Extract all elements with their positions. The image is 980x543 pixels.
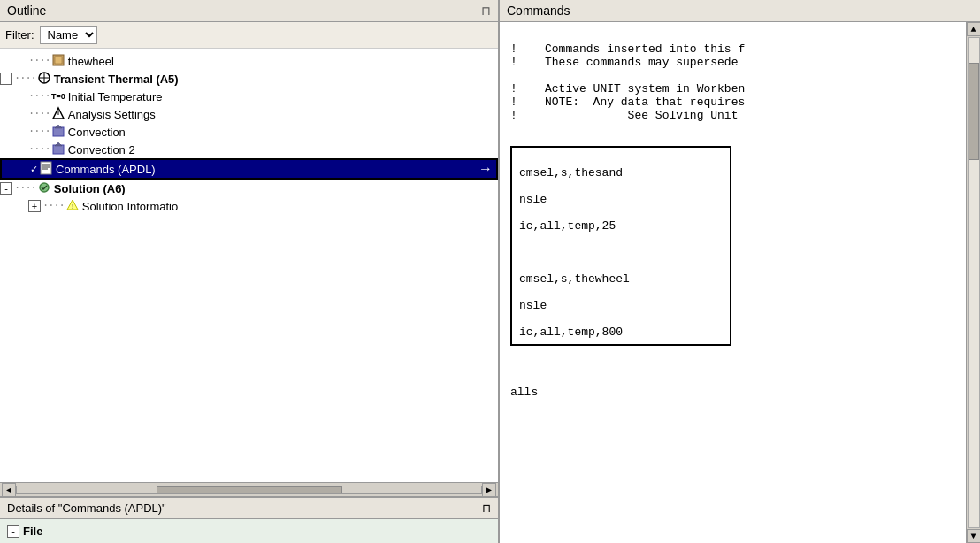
details-panel: Details of "Commands (APDL)" ⊓ - File bbox=[0, 496, 498, 543]
details-row-file: - File bbox=[7, 523, 491, 539]
comment-line-3: ! Active UNIT system in Workben bbox=[510, 82, 745, 96]
convection-label: Convection bbox=[68, 126, 126, 139]
tree-item-initial-temp[interactable]: ···· T=0 Initial Temperature bbox=[0, 88, 498, 105]
svg-marker-10 bbox=[55, 142, 62, 146]
convection2-label: Convection 2 bbox=[68, 143, 135, 157]
filter-select[interactable]: Name bbox=[40, 26, 97, 44]
pin-icon[interactable]: ⊓ bbox=[481, 4, 491, 18]
comment-line-5: ! See Solving Unit bbox=[510, 109, 738, 122]
svg-marker-8 bbox=[55, 125, 62, 128]
commands-content[interactable]: ! Commands inserted into this f ! These … bbox=[500, 22, 966, 543]
analysis-settings-label: Analysis Settings bbox=[68, 108, 156, 121]
expand-transient[interactable]: - bbox=[0, 73, 12, 85]
hscroll-right-arrow[interactable]: ▶ bbox=[482, 483, 496, 497]
comment-line-4: ! NOTE: Any data that requires bbox=[510, 96, 745, 109]
tree-item-convection[interactable]: ···· Convection bbox=[0, 123, 498, 141]
transient-thermal-icon bbox=[36, 71, 52, 87]
analysis-icon bbox=[50, 106, 66, 122]
code-line-5: nsle bbox=[519, 299, 547, 312]
arrow-right-icon: → bbox=[479, 161, 493, 177]
svg-rect-7 bbox=[53, 127, 64, 136]
transient-thermal-label: Transient Thermal (A5) bbox=[54, 73, 179, 86]
left-panel: Outline ⊓ Filter: Name ···· bbox=[0, 0, 500, 543]
connector8: ···· bbox=[42, 200, 65, 212]
tree-item-thewheel[interactable]: ···· thewheel bbox=[0, 52, 498, 70]
expand-solution-info[interactable]: + bbox=[28, 200, 41, 212]
vscroll-down[interactable]: ▼ bbox=[967, 529, 981, 543]
tree-item-commands-apdl[interactable]: ✓ Commands (APDL) → bbox=[0, 158, 498, 180]
tree-item-solution[interactable]: - ···· Solution (A6) bbox=[0, 180, 498, 197]
vscroll-thumb[interactable] bbox=[969, 63, 979, 161]
connector5: ···· bbox=[28, 126, 50, 138]
expand-solution[interactable]: - bbox=[0, 182, 12, 195]
right-panel: Commands ! Commands inserted into this f… bbox=[500, 0, 980, 543]
details-header: Details of "Commands (APDL)" ⊓ bbox=[0, 498, 498, 519]
code-line-1: cmsel,s,thesand bbox=[519, 166, 623, 180]
hscroll-left-arrow[interactable]: ◀ bbox=[2, 483, 16, 497]
tree-item-convection2[interactable]: ···· Convection 2 bbox=[0, 141, 498, 158]
connector6: ···· bbox=[28, 143, 50, 156]
connector: ···· bbox=[28, 55, 50, 67]
tree-item-transient-thermal[interactable]: - ···· Transient Thermal (A5) bbox=[0, 70, 498, 88]
filter-label: Filter: bbox=[5, 28, 34, 42]
code-line-7: alls bbox=[510, 386, 538, 399]
solution-label: Solution (A6) bbox=[54, 182, 126, 195]
vscroll-up[interactable]: ▲ bbox=[967, 22, 981, 36]
checkmark-icon: ✓ bbox=[30, 164, 38, 175]
initial-temp-icon: T=0 bbox=[50, 88, 66, 104]
svg-rect-11 bbox=[41, 162, 51, 174]
thewheel-icon bbox=[50, 53, 66, 69]
svg-text:!: ! bbox=[72, 203, 74, 210]
details-title: Details of "Commands (APDL)" bbox=[7, 501, 166, 515]
connector2: ···· bbox=[14, 73, 36, 85]
file-label: File bbox=[23, 524, 42, 538]
outline-title: Outline bbox=[7, 4, 46, 18]
code-line-3: ic,all,temp,25 bbox=[519, 219, 616, 233]
right-vscroll[interactable]: ▲ ▼ bbox=[966, 22, 980, 543]
outline-header: Outline ⊓ bbox=[0, 0, 498, 22]
details-pin-icon[interactable]: ⊓ bbox=[482, 501, 491, 515]
convection2-icon bbox=[50, 141, 66, 157]
hscroll-track[interactable] bbox=[16, 486, 482, 494]
tree-item-solution-info[interactable]: + ···· ! Solution Informatio bbox=[0, 197, 498, 215]
solution-info-icon: ! bbox=[65, 198, 80, 214]
convection-icon bbox=[50, 124, 66, 140]
expand-file[interactable]: - bbox=[7, 525, 19, 538]
svg-rect-9 bbox=[53, 145, 64, 154]
connector4: ···· bbox=[28, 108, 50, 120]
comment-line-1: ! Commands inserted into this f bbox=[510, 42, 745, 56]
tree-item-analysis-settings[interactable]: ···· Analysis Settings bbox=[0, 105, 498, 123]
code-line-6: ic,all,temp,800 bbox=[519, 325, 623, 339]
connector7: ···· bbox=[14, 182, 36, 195]
connector3: ···· bbox=[28, 90, 50, 103]
hscroll-thumb[interactable] bbox=[157, 486, 342, 493]
code-line-2: nsle bbox=[519, 193, 547, 206]
hscroll-bar: ◀ ▶ bbox=[0, 482, 498, 496]
commands-header: Commands bbox=[500, 0, 980, 22]
svg-rect-1 bbox=[55, 57, 62, 64]
commands-title: Commands bbox=[507, 4, 570, 18]
initial-temp-label: Initial Temperature bbox=[68, 90, 163, 103]
commands-apdl-label: Commands (APDL) bbox=[56, 163, 156, 176]
vscroll-track[interactable] bbox=[968, 37, 980, 528]
tree-area: ···· thewheel - ···· bbox=[0, 49, 498, 482]
solution-info-label: Solution Informatio bbox=[82, 200, 178, 213]
details-content: - File bbox=[0, 519, 498, 543]
comment-line-2: ! These commands may supersede bbox=[510, 56, 738, 69]
code-line-4: cmsel,s,thewheel bbox=[519, 272, 630, 286]
solution-icon bbox=[36, 180, 52, 196]
code-block: cmsel,s,thesand nsle ic,all,temp,25 cmse… bbox=[510, 146, 731, 346]
main-layout: Outline ⊓ Filter: Name ···· bbox=[0, 0, 980, 543]
filter-bar: Filter: Name bbox=[0, 22, 498, 49]
thewheel-label: thewheel bbox=[68, 55, 114, 68]
commands-apdl-icon bbox=[38, 161, 54, 177]
